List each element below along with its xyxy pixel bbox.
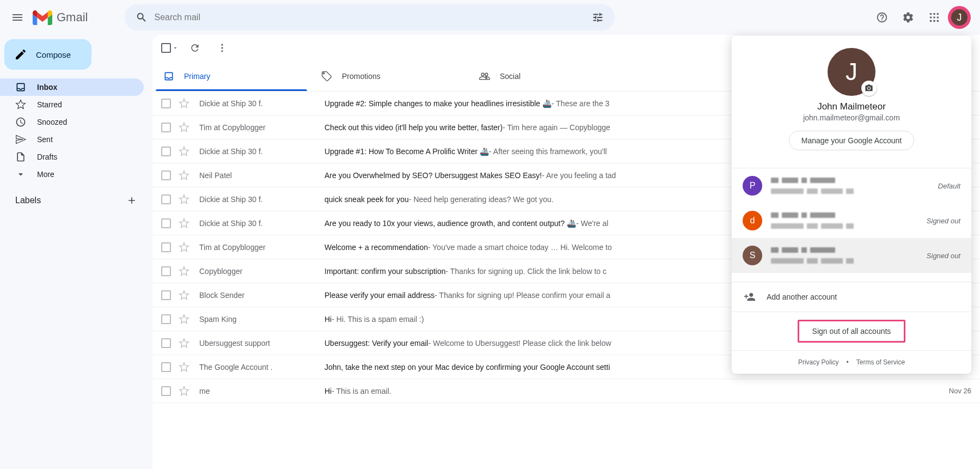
nav-drafts[interactable]: Drafts bbox=[0, 148, 144, 166]
refresh-button[interactable] bbox=[184, 37, 206, 59]
svg-point-8 bbox=[937, 20, 939, 22]
star-button[interactable] bbox=[179, 314, 189, 325]
gmail-logo-text: Gmail bbox=[57, 10, 88, 25]
tab-social[interactable]: Social bbox=[468, 61, 626, 91]
checkbox[interactable] bbox=[161, 386, 171, 396]
nav-label: Inbox bbox=[37, 83, 57, 92]
draft-icon bbox=[15, 151, 26, 162]
help-icon bbox=[876, 11, 888, 23]
email-sender: Neil Patel bbox=[199, 171, 324, 180]
email-sender: Copyblogger bbox=[199, 267, 324, 276]
star-button[interactable] bbox=[179, 266, 189, 277]
email-date: Nov 26 bbox=[949, 387, 971, 395]
nav-more[interactable]: More bbox=[0, 166, 144, 183]
account-name: John Mailmeteor bbox=[817, 101, 886, 112]
search-input[interactable] bbox=[154, 13, 585, 22]
checkbox[interactable] bbox=[161, 362, 171, 372]
popup-footer: Privacy Policy • Terms of Service bbox=[732, 350, 971, 374]
search-button[interactable] bbox=[129, 5, 154, 30]
star-button[interactable] bbox=[179, 194, 189, 205]
account-switcher-row[interactable]: S Signed out bbox=[732, 238, 971, 273]
search-options-button[interactable] bbox=[585, 5, 610, 30]
email-sender: Spam King bbox=[199, 315, 324, 324]
apps-button[interactable] bbox=[923, 7, 945, 28]
star-button[interactable] bbox=[179, 122, 189, 133]
checkbox[interactable] bbox=[161, 147, 171, 156]
gmail-logo[interactable]: Gmail bbox=[33, 10, 88, 25]
email-sender: Dickie at Ship 30 f. bbox=[199, 195, 324, 204]
more-button[interactable] bbox=[211, 37, 233, 59]
star-button[interactable] bbox=[179, 290, 189, 301]
add-account-button[interactable]: Add another account bbox=[732, 282, 971, 312]
search-icon bbox=[136, 11, 148, 23]
checkbox[interactable] bbox=[161, 194, 171, 204]
checkbox[interactable] bbox=[161, 290, 171, 300]
account-avatar-icon: d bbox=[743, 211, 762, 230]
svg-point-2 bbox=[937, 13, 939, 15]
svg-point-9 bbox=[221, 44, 223, 46]
change-photo-button[interactable] bbox=[861, 81, 877, 96]
nav-starred[interactable]: Starred bbox=[0, 96, 144, 113]
checkbox[interactable] bbox=[161, 170, 171, 180]
terms-link[interactable]: Terms of Service bbox=[856, 358, 905, 366]
svg-point-1 bbox=[933, 13, 935, 15]
star-button[interactable] bbox=[179, 386, 189, 397]
main-menu-button[interactable] bbox=[4, 4, 30, 31]
email-sender: Block Sender bbox=[199, 291, 324, 300]
star-icon bbox=[179, 266, 189, 277]
people-icon bbox=[479, 71, 490, 82]
tab-promotions[interactable]: Promotions bbox=[310, 61, 468, 91]
account-email: john.mailmeteor@gmail.com bbox=[803, 113, 900, 122]
star-button[interactable] bbox=[179, 146, 189, 157]
account-avatar[interactable]: J bbox=[950, 8, 969, 27]
tab-primary[interactable]: Primary bbox=[152, 61, 310, 91]
nav-snoozed[interactable]: Snoozed bbox=[0, 113, 144, 131]
email-row[interactable]: me Hi - This is an email. Nov 26 bbox=[152, 379, 980, 403]
checkbox[interactable] bbox=[161, 123, 171, 132]
email-sender: Ubersuggest support bbox=[199, 339, 324, 348]
star-button[interactable] bbox=[179, 338, 189, 349]
add-label-button[interactable] bbox=[124, 193, 139, 208]
checkbox[interactable] bbox=[161, 266, 171, 276]
support-button[interactable] bbox=[871, 7, 893, 28]
checkbox[interactable] bbox=[161, 99, 171, 108]
account-status: Signed out bbox=[927, 217, 960, 225]
signout-button[interactable]: Sign out of all accounts bbox=[798, 320, 906, 343]
tab-label: Primary bbox=[184, 72, 210, 81]
email-sender: The Google Account . bbox=[199, 363, 324, 371]
star-button[interactable] bbox=[179, 98, 189, 109]
star-button[interactable] bbox=[179, 362, 189, 373]
avatar-large-wrap[interactable]: J bbox=[828, 48, 875, 96]
email-sender: Dickie at Ship 30 f. bbox=[199, 219, 324, 228]
privacy-link[interactable]: Privacy Policy bbox=[798, 358, 839, 366]
checkbox[interactable] bbox=[161, 314, 171, 324]
account-info bbox=[771, 212, 918, 229]
star-button[interactable] bbox=[179, 170, 189, 181]
star-button[interactable] bbox=[179, 242, 189, 253]
gear-icon bbox=[902, 11, 914, 23]
tab-label: Promotions bbox=[342, 72, 381, 81]
checkbox[interactable] bbox=[161, 338, 171, 348]
account-switcher-row[interactable]: d Signed out bbox=[732, 203, 971, 238]
select-all[interactable] bbox=[161, 43, 179, 53]
email-sender: Dickie at Ship 30 f. bbox=[199, 147, 324, 156]
star-icon bbox=[179, 98, 189, 109]
account-switcher-row[interactable]: P Default bbox=[732, 168, 971, 203]
nav-label: More bbox=[37, 170, 54, 179]
send-icon bbox=[15, 134, 26, 145]
settings-button[interactable] bbox=[897, 7, 919, 28]
nav-label: Snoozed bbox=[37, 118, 67, 126]
checkbox[interactable] bbox=[161, 242, 171, 252]
gmail-logo-icon bbox=[33, 10, 52, 25]
svg-point-10 bbox=[221, 47, 223, 48]
nav-inbox[interactable]: Inbox bbox=[0, 78, 144, 96]
compose-label: Compose bbox=[36, 50, 71, 59]
star-icon bbox=[179, 122, 189, 133]
svg-point-7 bbox=[933, 20, 935, 22]
compose-button[interactable]: Compose bbox=[4, 39, 91, 70]
star-button[interactable] bbox=[179, 218, 189, 229]
manage-account-button[interactable]: Manage your Google Account bbox=[789, 131, 914, 150]
nav-sent[interactable]: Sent bbox=[0, 131, 144, 148]
star-icon bbox=[179, 290, 189, 301]
checkbox[interactable] bbox=[161, 218, 171, 228]
